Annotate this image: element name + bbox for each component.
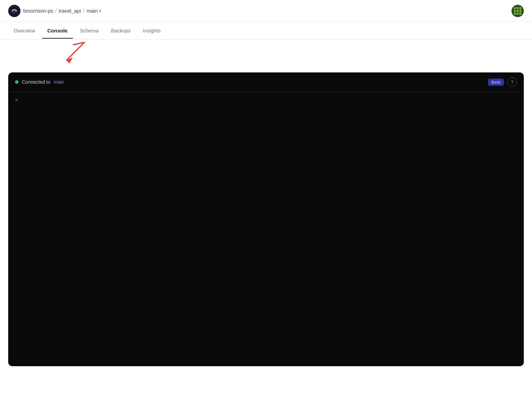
tab-overview[interactable]: Overview [8, 23, 41, 38]
breadcrumb-branch[interactable]: main ▾ [86, 8, 101, 14]
tab-console[interactable]: Console [42, 23, 73, 38]
tab-insights[interactable]: Insights [137, 23, 166, 38]
app-logo[interactable] [8, 5, 21, 17]
breadcrumb-sep-1: / [55, 8, 57, 14]
console-header: Connected to main Beta ? [8, 72, 524, 92]
avatar-dot [519, 7, 521, 9]
avatar-dot [514, 7, 516, 9]
top-navigation: bmorrison-ps / travel_api / main ▾ [0, 0, 532, 22]
connection-status: Connected to main [15, 79, 64, 85]
avatar-dot [514, 13, 516, 15]
chevron-down-icon: ▾ [99, 9, 101, 13]
tab-schema[interactable]: Schema [74, 23, 104, 38]
nav-left: bmorrison-ps / travel_api / main ▾ [8, 5, 101, 17]
avatar-dot [519, 10, 521, 12]
help-button[interactable]: ? [507, 77, 517, 87]
user-avatar[interactable] [511, 5, 524, 17]
avatar-dot [514, 10, 516, 12]
console-prompt: > [15, 97, 517, 103]
tab-backups[interactable]: Backups [106, 23, 136, 38]
red-arrow-annotation [53, 40, 94, 67]
avatar-dot [519, 13, 521, 15]
connected-text: Connected to [22, 79, 50, 85]
avatar-dot [517, 10, 519, 12]
beta-badge: Beta [488, 79, 504, 86]
connected-branch[interactable]: main [54, 79, 64, 85]
svg-line-0 [67, 43, 84, 60]
avatar-dot [517, 7, 519, 9]
prompt-chevron-icon: > [15, 97, 18, 103]
breadcrumb-org[interactable]: bmorrison-ps [23, 8, 53, 14]
tab-navigation: Overview Console Schema Backups Insights [0, 22, 532, 40]
breadcrumb-sep-2: / [83, 8, 84, 14]
main-content: Connected to main Beta ? > [0, 67, 532, 372]
console-container: Connected to main Beta ? > [8, 72, 524, 366]
status-dot-green [15, 80, 18, 84]
annotation-area [0, 40, 532, 67]
breadcrumb: bmorrison-ps / travel_api / main ▾ [23, 8, 101, 14]
console-body[interactable]: > [8, 92, 524, 365]
avatar-dot [517, 13, 519, 15]
breadcrumb-repo[interactable]: travel_api [59, 8, 81, 14]
avatar-grid [512, 5, 523, 17]
svg-marker-1 [67, 57, 73, 64]
console-actions: Beta ? [488, 77, 517, 87]
